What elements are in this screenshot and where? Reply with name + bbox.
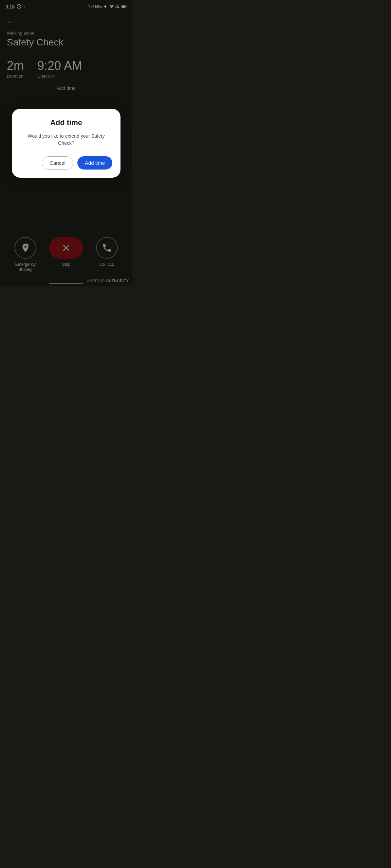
dialog-body: Would you like to extend your Safety Che… — [20, 133, 112, 147]
dialog-overlay: Add time Would you like to extend your S… — [0, 0, 132, 286]
cancel-button[interactable]: Cancel — [42, 156, 73, 170]
add-time-dialog: Add time Would you like to extend your S… — [12, 109, 120, 178]
add-time-button[interactable]: Add time — [77, 156, 112, 170]
dialog-title: Add time — [20, 118, 112, 127]
dialog-buttons: Cancel Add time — [20, 156, 112, 170]
